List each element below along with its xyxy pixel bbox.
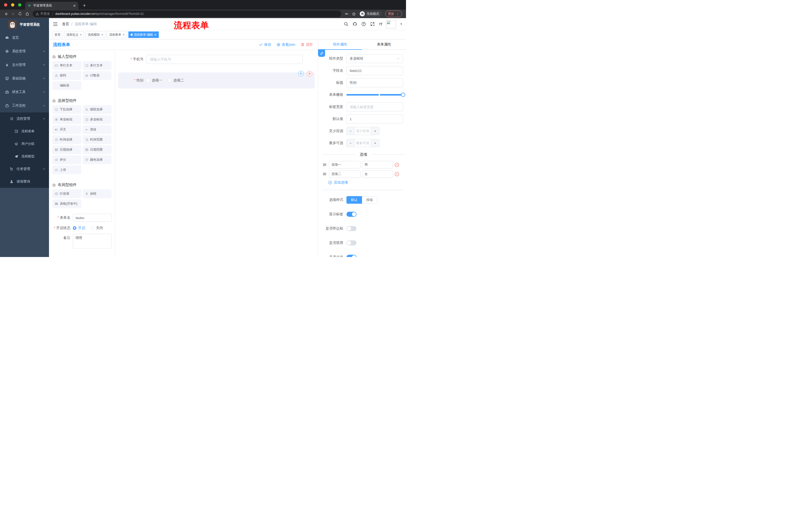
checkbox[interactable] (146, 79, 150, 82)
grid-slider[interactable] (346, 90, 403, 99)
option-value-input[interactable] (362, 170, 393, 178)
drag-handle-icon[interactable] (323, 163, 327, 167)
required-toggle[interactable] (346, 255, 356, 257)
avatar-caret-icon[interactable]: ▼ (400, 23, 403, 25)
increase-button[interactable]: + (371, 127, 379, 135)
sidebar-item-user-group[interactable]: 用户分组 (0, 138, 49, 150)
reload-icon[interactable] (17, 10, 24, 17)
forward-icon[interactable] (9, 10, 17, 17)
sidebar-item-task-manage[interactable]: 任务管理 (0, 163, 49, 175)
palette-item-color-pick[interactable]: 颜色选择 (83, 155, 112, 164)
copy-field-button[interactable] (298, 71, 304, 77)
view-json-button[interactable]: 查看json (277, 43, 295, 47)
min-select-value[interactable]: 至少应选 (354, 127, 371, 135)
sidebar-item-process-model[interactable]: 流程模型 (0, 150, 49, 163)
tag-close-icon[interactable]: ✕ (122, 33, 125, 36)
option-label-input[interactable] (329, 170, 360, 178)
form-remark-textarea[interactable]: 嘿嘿 (73, 234, 112, 248)
palette-item-time-pick[interactable]: 时间选择 (52, 135, 81, 144)
style-default-button[interactable]: 默认 (346, 196, 362, 204)
field-gender-selected[interactable]: 性别 选项一 选项二 (118, 73, 315, 88)
field-phone[interactable]: 手机号 (118, 55, 315, 64)
status-on-radio[interactable]: 开启 (73, 226, 85, 231)
form-name-input[interactable] (73, 214, 112, 222)
fullscreen-icon[interactable] (370, 22, 375, 26)
new-tab-button[interactable]: + (83, 2, 86, 8)
browser-menu-dots-icon[interactable] (396, 12, 399, 16)
sidebar-item-workflow[interactable]: 工作流程 (0, 99, 49, 112)
avatar[interactable] (386, 20, 396, 28)
hamburger-fold-icon[interactable] (53, 22, 58, 27)
sidebar-item-process-manage[interactable]: 流程管理 (0, 112, 49, 125)
default-value-input[interactable] (346, 114, 403, 124)
app-logo[interactable]: 芋道管理系统 (0, 18, 49, 31)
palette-item-date-range[interactable]: 日期范围 (83, 145, 112, 154)
help-icon[interactable] (361, 22, 366, 26)
decrease-button[interactable]: − (347, 127, 354, 135)
decrease-button[interactable]: − (347, 139, 354, 147)
tag-process-form[interactable]: 流程表单✕ (107, 31, 127, 38)
tab-form-props[interactable]: 表单属性 (362, 39, 406, 50)
delete-field-button[interactable] (307, 71, 312, 77)
palette-item-row-container[interactable]: 行容器 (52, 189, 81, 198)
palette-item-table[interactable]: 表格[开发中] (52, 199, 81, 208)
border-toggle[interactable] (346, 226, 356, 231)
tag-process-form-edit[interactable]: 流程表单-编辑✕ (128, 31, 159, 38)
palette-item-switch[interactable]: 开关 (52, 125, 81, 134)
link-icon[interactable] (318, 50, 325, 57)
form-canvas[interactable]: 手机号 性别 选项一 选项二 (115, 50, 318, 257)
palette-item-single-text[interactable]: 单行文本 (52, 61, 81, 70)
remove-option-button[interactable] (395, 162, 399, 167)
sidebar-item-system[interactable]: 系统管理 (0, 45, 49, 58)
palette-item-time-range[interactable]: 时间范围 (83, 135, 112, 144)
title-input[interactable] (346, 78, 403, 87)
palette-item-checkbox-group[interactable]: 多选框组 (83, 115, 112, 124)
palette-item-dropdown[interactable]: 下拉选择 (52, 105, 81, 114)
min-select-stepper[interactable]: −至少应选+ (346, 127, 379, 135)
sidebar-item-infrastructure[interactable]: 基础设施 (0, 72, 49, 85)
style-button-button[interactable]: 按钮 (362, 196, 377, 204)
github-icon[interactable] (352, 22, 357, 26)
add-option-button[interactable]: 添加选项 (328, 180, 406, 185)
status-off-radio[interactable]: 关闭 (91, 226, 103, 231)
browser-tab[interactable]: 芋道管理系统 ✕ (25, 2, 78, 9)
bookmark-star-icon[interactable] (350, 10, 357, 17)
increase-button[interactable]: + (371, 139, 379, 147)
tag-process-definition[interactable]: 流程定义✕ (64, 31, 84, 38)
field-name-input[interactable] (346, 66, 403, 75)
palette-item-password[interactable]: 密码 (52, 71, 81, 80)
tag-close-icon[interactable]: ✕ (101, 33, 103, 36)
palette-item-upload[interactable]: 上传 (52, 165, 81, 174)
palette-item-button[interactable]: 按钮 (83, 189, 112, 198)
phone-input[interactable] (146, 55, 303, 64)
disabled-toggle[interactable] (346, 240, 356, 245)
font-size-icon[interactable]: TT (379, 22, 382, 26)
palette-item-cascader[interactable]: 级联选择 (83, 105, 112, 114)
tab-component-props[interactable]: 组件属性 (318, 39, 362, 50)
sidebar-item-process-form[interactable]: 流程表单 (0, 125, 49, 138)
sidebar-item-payment[interactable]: ¥ 支付管理 (0, 58, 49, 72)
gender-option-1[interactable]: 选项一 (146, 78, 162, 83)
breadcrumb-home[interactable]: 首页 (62, 22, 69, 26)
label-width-input[interactable] (346, 102, 403, 111)
tag-home[interactable]: 首页 (52, 31, 63, 38)
show-label-toggle[interactable] (346, 212, 356, 217)
palette-item-rate[interactable]: 评分 (52, 155, 81, 164)
palette-item-radio-group[interactable]: 单选框组 (52, 115, 81, 124)
component-type-select[interactable]: 多选框组 (346, 54, 403, 63)
remove-option-button[interactable] (395, 172, 399, 177)
minimize-window-button[interactable] (11, 3, 14, 6)
password-key-icon[interactable] (343, 10, 350, 17)
clear-button[interactable]: 清空 (301, 43, 313, 47)
sidebar-item-home[interactable]: 首页 (0, 31, 49, 45)
update-button[interactable]: 更新 (385, 10, 402, 17)
sidebar-item-devtools[interactable]: 研发工具 (0, 85, 49, 99)
home-icon[interactable] (24, 10, 31, 17)
back-icon[interactable] (2, 10, 9, 17)
save-button[interactable]: 保存 (259, 43, 271, 47)
maximize-window-button[interactable] (18, 3, 21, 6)
palette-item-multi-text[interactable]: 多行文本 (83, 61, 112, 70)
tab-close-icon[interactable]: ✕ (73, 4, 76, 8)
checkbox[interactable] (168, 79, 171, 82)
tag-close-icon[interactable]: ✕ (154, 33, 156, 36)
